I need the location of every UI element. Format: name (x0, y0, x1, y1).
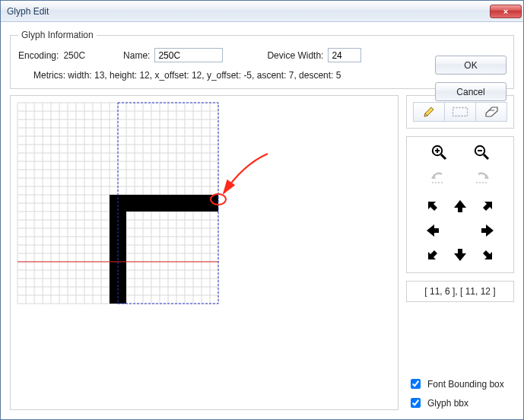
pan-down[interactable] (447, 243, 473, 266)
select-tool[interactable] (445, 102, 476, 122)
device-width-input[interactable] (328, 48, 361, 62)
pan-center (447, 219, 473, 242)
undo-icon (430, 171, 448, 185)
zoom-in-button[interactable] (427, 143, 450, 161)
font-bbox-checkbox[interactable]: Font Bounding box (408, 377, 513, 391)
info-row: Encoding: 250C Name: Device Width: (18, 48, 506, 62)
glyph-canvas[interactable] (17, 102, 392, 403)
encoding-value: 250C (63, 50, 85, 61)
ok-button[interactable]: OK (435, 56, 507, 75)
close-icon: × (503, 7, 508, 16)
svg-line-60 (484, 154, 488, 159)
glyph-grid-svg (17, 102, 219, 304)
svg-line-56 (441, 154, 446, 159)
svg-rect-54 (453, 108, 468, 116)
pan-down-left[interactable] (420, 243, 446, 266)
pan-up[interactable] (447, 195, 473, 218)
window-title: Glyph Edit (7, 6, 490, 17)
close-button[interactable]: × (490, 5, 522, 18)
font-bbox-input[interactable] (411, 379, 421, 389)
arrow-down-left-icon (425, 247, 440, 262)
nav-panel (406, 136, 514, 273)
arrow-right-icon (480, 223, 495, 238)
redo-icon (472, 171, 491, 185)
name-input[interactable] (154, 48, 223, 62)
pan-left[interactable] (420, 219, 446, 242)
pan-down-right[interactable] (475, 243, 500, 266)
arrow-up-left-icon (425, 199, 440, 214)
glyph-bbx-label: Glyph bbx (427, 398, 468, 409)
dialog-window: Glyph Edit × Glyph Information Encoding:… (0, 0, 524, 420)
device-width-label: Device Width: (267, 50, 323, 61)
arrow-down-right-icon (480, 247, 495, 262)
eraser-tool[interactable] (476, 102, 507, 122)
coords-panel: [ 11, 6 ], [ 11, 12 ] (406, 281, 514, 302)
zoom-out-button[interactable] (470, 143, 493, 161)
titlebar: Glyph Edit × (1, 1, 523, 22)
arrow-left-icon (425, 223, 440, 238)
dialog-buttons: OK Cancel (435, 56, 507, 101)
pan-arrows (420, 195, 500, 266)
font-bbox-label: Font Bounding box (427, 379, 504, 390)
metrics-text: Metrics: width: 13, height: 12, x_offset… (18, 70, 506, 82)
name-label: Name: (123, 50, 150, 61)
redo-button[interactable] (470, 169, 493, 187)
glyph-bbx-input[interactable] (411, 398, 421, 408)
arrow-up-icon (453, 199, 468, 214)
svg-rect-51 (110, 195, 126, 304)
coords-text: [ 11, 6 ], [ 11, 12 ] (424, 286, 495, 297)
pan-up-left[interactable] (420, 195, 446, 218)
glyph-info-legend: Glyph Information (18, 30, 97, 40)
annotation-ellipse (210, 193, 227, 205)
pan-up-right[interactable] (475, 195, 500, 218)
pan-right[interactable] (475, 219, 500, 242)
glyph-bbx-checkbox[interactable]: Glyph bbx (408, 396, 513, 410)
eraser-icon (484, 107, 499, 117)
pencil-icon (422, 105, 436, 119)
zoom-out-icon (473, 144, 490, 161)
cancel-button[interactable]: Cancel (435, 82, 507, 101)
checkbox-group: Font Bounding box Glyph bbx (406, 374, 514, 410)
glyph-canvas-panel (10, 95, 399, 410)
arrow-up-right-icon (480, 199, 495, 214)
zoom-in-icon (430, 144, 447, 161)
content-area: Glyph Information Encoding: 250C Name: D… (1, 22, 523, 419)
arrow-down-icon (453, 247, 468, 262)
select-rect-icon (452, 107, 468, 117)
side-panel: [ 11, 6 ], [ 11, 12 ] Font Bounding box … (406, 95, 514, 410)
encoding-label: Encoding: (18, 50, 59, 61)
undo-button[interactable] (427, 169, 450, 187)
pencil-tool[interactable] (413, 102, 445, 122)
main-area: [ 11, 6 ], [ 11, 12 ] Font Bounding box … (10, 95, 514, 410)
